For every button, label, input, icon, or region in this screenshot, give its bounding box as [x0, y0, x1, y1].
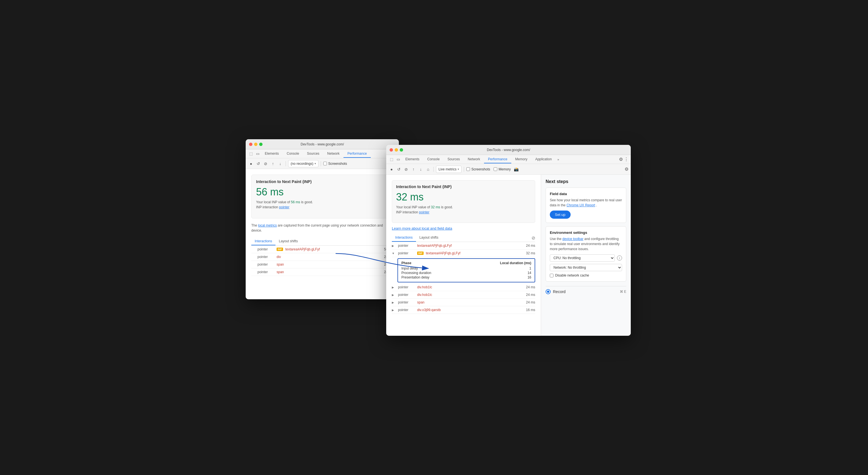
sub-tab-clear-front[interactable]: ⊘ [531, 235, 535, 241]
interaction-target-0-front[interactable]: textarea#APjFqb.gLFyf [417, 244, 519, 248]
screenshots-checkbox-input-front[interactable] [466, 167, 470, 171]
tab-application-front[interactable]: Application [531, 156, 556, 163]
sub-tab-interactions-back[interactable]: Interactions [251, 238, 276, 245]
screenshots-checkbox-input-back[interactable] [323, 162, 327, 165]
cpu-info-icon-front[interactable]: i [617, 256, 622, 261]
main-content-front: Interaction to Next Paint (INP) 32 ms Yo… [386, 175, 631, 336]
duration-col-label-front: Local duration (ms) [500, 261, 531, 265]
settings-icon-front[interactable]: ⚙ [619, 157, 623, 162]
interaction-row-3-back: pointer span 24 ms [251, 268, 393, 276]
record-icon-front[interactable]: ● [389, 166, 395, 172]
interaction-target-2-back[interactable]: span [277, 263, 377, 266]
stop-icon-front[interactable]: ⊘ [403, 166, 409, 172]
sub-tab-layout-back[interactable]: Layout shifts [276, 238, 301, 245]
local-metrics-note-back: The local metrics are captured from the … [251, 223, 393, 233]
tab-elements-back[interactable]: Elements [261, 150, 283, 158]
interaction-target-1-back[interactable]: div [277, 255, 377, 259]
recordings-dropdown-back[interactable]: (no recordings) ▾ [288, 160, 318, 167]
chrome-ux-link-front[interactable]: Chrome UX Report [566, 203, 595, 207]
disable-cache-checkbox-front[interactable] [550, 274, 554, 277]
minimize-button-front[interactable] [395, 148, 398, 151]
device-toolbar-link-front[interactable]: device toolbar [562, 237, 584, 241]
tab-console-front[interactable]: Console [423, 156, 443, 163]
setup-button-front[interactable]: Set up [550, 210, 570, 219]
network-select-row-front: Network: No throttling [550, 264, 622, 271]
inp-badge-0-back: INP [277, 248, 283, 251]
record-icon-back[interactable]: ● [248, 161, 254, 167]
sub-tab-layout-front[interactable]: Layout shifts [416, 234, 442, 242]
memory-label-front: Memory [499, 167, 511, 171]
screenshots-checkbox-front[interactable]: Screenshots [466, 167, 490, 171]
download-icon-front[interactable]: ↓ [418, 166, 424, 172]
download-icon-back[interactable]: ↓ [277, 161, 283, 167]
device-icon-front[interactable]: ▭ [395, 156, 401, 163]
expand-arrow-0-front[interactable]: ▶ [392, 244, 396, 247]
expand-arrow-2-front[interactable]: ▶ [392, 286, 396, 289]
interaction-target-2-front[interactable]: div.hob1lc [417, 285, 519, 289]
tab-network-front[interactable]: Network [464, 156, 484, 163]
upload-icon-front[interactable]: ↑ [410, 166, 416, 172]
reload-icon-front[interactable]: ↺ [396, 166, 402, 172]
expand-arrow-4-front[interactable]: ▶ [392, 301, 396, 304]
interaction-target-3-back[interactable]: span [277, 270, 377, 274]
memory-checkbox-front[interactable]: Memory [494, 167, 511, 171]
screenshot-icon-front[interactable]: 📸 [513, 166, 519, 172]
maximize-button-front[interactable] [400, 148, 403, 151]
interaction-target-4-front[interactable]: span [417, 300, 519, 304]
cpu-select-front[interactable]: CPU: No throttling [550, 255, 615, 262]
interaction-type-1-front: pointer [398, 251, 415, 255]
inspector-icon-front[interactable]: ⬚ [389, 156, 395, 163]
interaction-target-0-back[interactable]: textarea#APjFqb.gLFyf [285, 247, 377, 251]
interaction-row-1-front: ▼ pointer INP textarea#APjFqb.gLFyf 32 m… [392, 249, 535, 257]
home-icon-front[interactable]: ⌂ [425, 166, 431, 172]
expand-arrow-3-front[interactable]: ▶ [392, 293, 396, 297]
tab-sources-front[interactable]: Sources [443, 156, 464, 163]
phase-label-presentation-front: Presentation delay [401, 275, 429, 279]
maximize-button-back[interactable] [259, 143, 262, 146]
expand-arrow-1-front[interactable]: ▼ [392, 252, 396, 255]
inp-inline-value-front: 32 ms [431, 205, 440, 209]
interaction-target-5-front[interactable]: div.o3j99.qarstb [417, 308, 519, 312]
screenshots-checkbox-back[interactable]: Screenshots [323, 162, 347, 166]
toolbar-settings-front[interactable]: ⚙ [625, 167, 628, 172]
local-metrics-link-back[interactable]: local metrics [258, 224, 277, 227]
tab-elements-front[interactable]: Elements [401, 156, 423, 163]
close-button-back[interactable] [249, 143, 252, 146]
live-metrics-dropdown-front[interactable]: Live metrics ▾ [436, 166, 462, 173]
tab-console-back[interactable]: Console [283, 150, 303, 158]
sub-tab-interactions-front[interactable]: Interactions [392, 234, 416, 242]
interaction-type-4-front: pointer [398, 300, 415, 304]
inp-interaction-link-front[interactable]: pointer [419, 210, 430, 214]
stop-icon-back[interactable]: ⊘ [262, 161, 269, 167]
field-data-title-front: Field data [550, 192, 622, 196]
tab-memory-front[interactable]: Memory [511, 156, 531, 163]
separator2-front [464, 167, 464, 172]
close-button-front[interactable] [390, 148, 393, 151]
learn-more-link-front[interactable]: Learn more about local and field data [392, 226, 452, 231]
memory-checkbox-input-front[interactable] [494, 167, 497, 171]
phase-label-processing-front: Processing duration [401, 271, 431, 275]
phase-table-front: Phase Local duration (ms) Input delay 1 … [398, 258, 535, 282]
expand-arrow-5-front[interactable]: ▶ [392, 308, 396, 312]
tab-sources-back[interactable]: Sources [303, 150, 323, 158]
minimize-button-back[interactable] [254, 143, 257, 146]
interaction-target-3-front[interactable]: div.hob1lc [417, 293, 519, 297]
tab-network-back[interactable]: Network [323, 150, 343, 158]
inspector-icon-back[interactable]: ⬚ [248, 151, 254, 157]
record-button-front[interactable]: Record [546, 289, 565, 294]
upload-icon-back[interactable]: ↑ [270, 161, 276, 167]
inp-interaction-link-back[interactable]: pointer [279, 205, 289, 209]
panel-front: Interaction to Next Paint (INP) 32 ms Yo… [386, 175, 541, 336]
device-icon-back[interactable]: ▭ [255, 151, 261, 157]
interaction-duration-1-front: 32 ms [521, 251, 535, 255]
network-select-front[interactable]: Network: No throttling [550, 264, 622, 271]
more-tabs-icon-front[interactable]: » [556, 157, 561, 162]
interaction-row-0-front: ▶ pointer textarea#APjFqb.gLFyf 24 ms [392, 242, 535, 249]
tab-performance-back[interactable]: Performance [343, 150, 371, 158]
tab-performance-front[interactable]: Performance [484, 156, 511, 163]
interaction-type-2-front: pointer [398, 285, 415, 289]
interaction-target-1-front[interactable]: textarea#APjFqb.gLFyf [426, 251, 519, 255]
reload-icon-back[interactable]: ↺ [255, 161, 261, 167]
kebab-icon-front[interactable]: ⋮ [624, 157, 628, 162]
inp-description-back: Your local INP value of 56 ms is good. [256, 200, 389, 204]
